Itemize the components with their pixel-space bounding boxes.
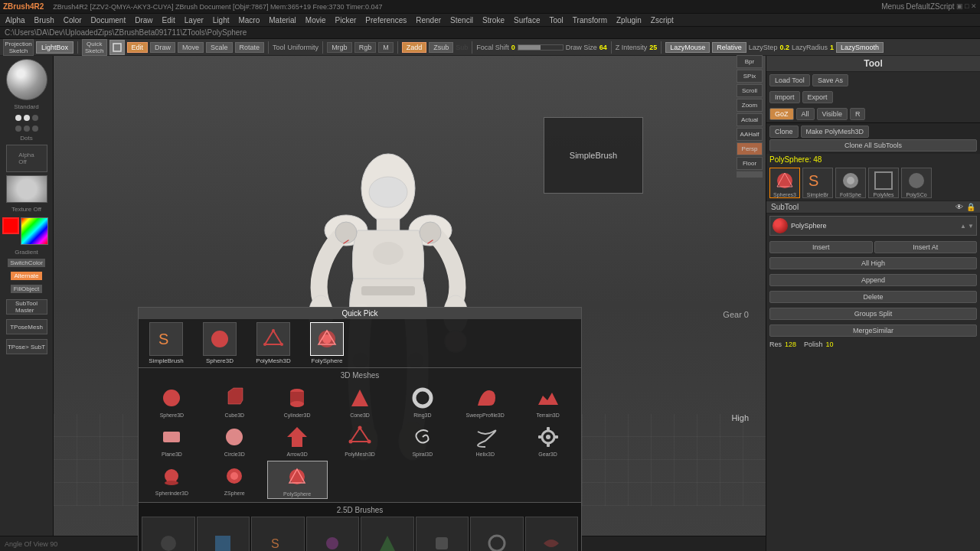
rgb-btn[interactable]: Rgb bbox=[354, 42, 377, 53]
menu-draw[interactable]: Draw bbox=[132, 16, 155, 24]
alternate-btn[interactable]: Alternate bbox=[11, 272, 41, 280]
brush-item-7[interactable] bbox=[470, 517, 524, 551]
scroll-btn[interactable]: Scroll bbox=[737, 84, 763, 97]
mesh-terrain3d[interactable]: Terrain3D bbox=[518, 383, 578, 419]
mesh-helix3d[interactable]: Helix3D bbox=[455, 422, 515, 458]
menu-alpha[interactable]: Alpha bbox=[3, 16, 28, 24]
lazymouse-btn[interactable]: LazyMouse bbox=[665, 42, 710, 53]
brush-preview[interactable] bbox=[6, 59, 47, 100]
mesh-polymesh3d[interactable]: PolyMesh3D bbox=[330, 422, 390, 458]
mesh-ring3d[interactable]: Ring3D bbox=[392, 383, 452, 419]
aahalf-btn[interactable]: AAHalf bbox=[737, 128, 763, 141]
clone-btn[interactable]: Clone bbox=[769, 126, 799, 138]
menu-surface[interactable]: Surface bbox=[511, 16, 542, 24]
menu-edit[interactable]: Edit bbox=[160, 16, 178, 24]
focal-shift-slider[interactable] bbox=[518, 44, 564, 51]
menu-tool[interactable]: Tool bbox=[547, 16, 565, 24]
scale-btn[interactable]: Scale bbox=[206, 42, 233, 53]
mesh-circle3d[interactable]: Circle3D bbox=[204, 422, 265, 458]
mesh-polysphere[interactable]: PolySphere bbox=[267, 461, 328, 499]
icon8-btn[interactable] bbox=[737, 171, 763, 178]
tpose-subt-btn[interactable]: TPose> SubT bbox=[6, 339, 47, 354]
goz-btn[interactable]: GoZ bbox=[769, 108, 794, 120]
brush-item-5[interactable] bbox=[361, 517, 414, 551]
all-btn[interactable]: All bbox=[796, 108, 815, 120]
switchcolor-btn[interactable]: SwitchColor bbox=[8, 259, 45, 267]
texture-preview[interactable] bbox=[6, 175, 47, 203]
menu-stencil[interactable]: Stencil bbox=[448, 16, 475, 24]
brush-item-1[interactable] bbox=[142, 517, 195, 551]
menu-zscript[interactable]: Zscript bbox=[648, 16, 676, 24]
alpha-preview[interactable]: AlphaOff bbox=[6, 145, 47, 172]
m-btn[interactable]: M bbox=[378, 42, 394, 53]
subtool-master-btn[interactable]: SubToolMaster bbox=[6, 299, 47, 315]
mrgb-btn[interactable]: Mrgb bbox=[327, 42, 352, 53]
insert-btn[interactable]: Insert bbox=[769, 241, 873, 253]
brush-item-3[interactable]: S bbox=[251, 517, 305, 551]
floor-btn[interactable]: Floor bbox=[737, 157, 763, 170]
mesh-sphere3d[interactable]: Sphere3D bbox=[142, 383, 202, 419]
clone-all-subtools-btn[interactable]: Clone All SubTools bbox=[769, 139, 977, 152]
subtool-eye-icon[interactable]: 👁 bbox=[956, 203, 963, 211]
foreground-color[interactable] bbox=[2, 217, 19, 234]
menu-color[interactable]: Color bbox=[61, 16, 84, 24]
mesh-arrow3d[interactable]: Arrow3D bbox=[267, 422, 328, 458]
zsub-btn[interactable]: Zsub bbox=[429, 42, 453, 53]
mesh-spiral3d[interactable]: Spiral3D bbox=[392, 422, 452, 458]
append-btn[interactable]: Append bbox=[769, 274, 977, 286]
zadd-btn[interactable]: Zadd bbox=[402, 42, 427, 53]
menu-layer[interactable]: Layer bbox=[182, 16, 206, 24]
mesh-cylinder3d[interactable]: Cylinder3D bbox=[267, 383, 328, 419]
mesh-spherinder3d[interactable]: Spherinder3D bbox=[142, 461, 202, 499]
canvas-area[interactable]: SimpleBrush Angle Of View 90 Quick Pick … bbox=[54, 56, 766, 551]
subtool-item-polysphere[interactable]: PolySphere ▲ ▼ bbox=[769, 216, 977, 236]
spix-btn[interactable]: SPix bbox=[737, 70, 763, 83]
qp-simplebrush[interactable]: S SimpleBrush bbox=[142, 322, 191, 364]
brush-item-8[interactable] bbox=[525, 517, 579, 551]
export-btn[interactable]: Export bbox=[802, 91, 833, 103]
mesh-gear3d[interactable]: Gear3D bbox=[518, 422, 578, 458]
qp-polymesh3d[interactable]: PolyMesh3D bbox=[249, 322, 298, 364]
make-polymesh-btn[interactable]: Make PolyMesh3D bbox=[801, 126, 870, 138]
insert-at-btn[interactable]: Insert At bbox=[874, 241, 978, 253]
draw-btn[interactable]: Draw bbox=[150, 42, 175, 53]
rotate-btn[interactable]: Rotate bbox=[235, 42, 265, 53]
menu-preferences[interactable]: Preferences bbox=[363, 16, 409, 24]
thumb-polysphere[interactable]: Spheres3 bbox=[769, 168, 800, 198]
save-as-btn[interactable]: Save As bbox=[812, 74, 848, 86]
menu-transform[interactable]: Transform bbox=[570, 16, 609, 24]
thumb-simplebr[interactable]: S SimpleBr bbox=[802, 168, 833, 198]
relative-btn[interactable]: Relative bbox=[712, 42, 746, 53]
defaultzscript-btn[interactable]: DefaultZScript bbox=[906, 2, 954, 11]
edit-icon-btn[interactable] bbox=[109, 40, 125, 55]
menu-zplugin[interactable]: Zplugin bbox=[614, 16, 644, 24]
brush-item-2[interactable] bbox=[197, 517, 250, 551]
mesh-sweepprofile3d[interactable]: SweepProfile3D bbox=[455, 383, 515, 419]
mergesimilar-btn[interactable]: MergeSimilar bbox=[769, 324, 977, 337]
lazysmooth-btn[interactable]: LazySmooth bbox=[836, 42, 884, 53]
mesh-plane3d[interactable]: Plane3D bbox=[142, 422, 202, 458]
tpose-btn[interactable]: TPoseMesh bbox=[6, 319, 47, 334]
menu-movie[interactable]: Movie bbox=[303, 16, 328, 24]
brush-item-6[interactable] bbox=[416, 517, 469, 551]
color-picker-area[interactable] bbox=[21, 217, 51, 245]
mesh-cube3d[interactable]: Cube3D bbox=[204, 383, 265, 419]
thumb-polysco[interactable]: PolySCo bbox=[901, 168, 932, 198]
mesh-zsphere[interactable]: ZSphere bbox=[204, 461, 265, 499]
import-btn[interactable]: Import bbox=[769, 91, 800, 103]
groups-split-btn[interactable]: Groups Split bbox=[769, 308, 977, 320]
bpr-btn[interactable]: Bpr bbox=[737, 55, 763, 68]
thumb-follsph[interactable]: FolISphe bbox=[835, 168, 866, 198]
all-high-btn[interactable]: All High bbox=[769, 257, 977, 269]
menus-btn[interactable]: Menus bbox=[881, 2, 904, 11]
zoom-btn[interactable]: Zoom bbox=[737, 99, 763, 112]
menu-brush[interactable]: Brush bbox=[32, 16, 57, 24]
menu-stroke[interactable]: Stroke bbox=[480, 16, 507, 24]
menu-document[interactable]: Document bbox=[89, 16, 129, 24]
menu-light[interactable]: Light bbox=[211, 16, 232, 24]
r-btn[interactable]: R bbox=[850, 108, 866, 120]
persp-btn[interactable]: Persp bbox=[737, 142, 763, 155]
load-tool-btn[interactable]: Load Tool bbox=[769, 74, 810, 86]
quick-sketch-btn[interactable]: Quick Sketch bbox=[82, 39, 106, 56]
menu-picker[interactable]: Picker bbox=[333, 16, 359, 24]
